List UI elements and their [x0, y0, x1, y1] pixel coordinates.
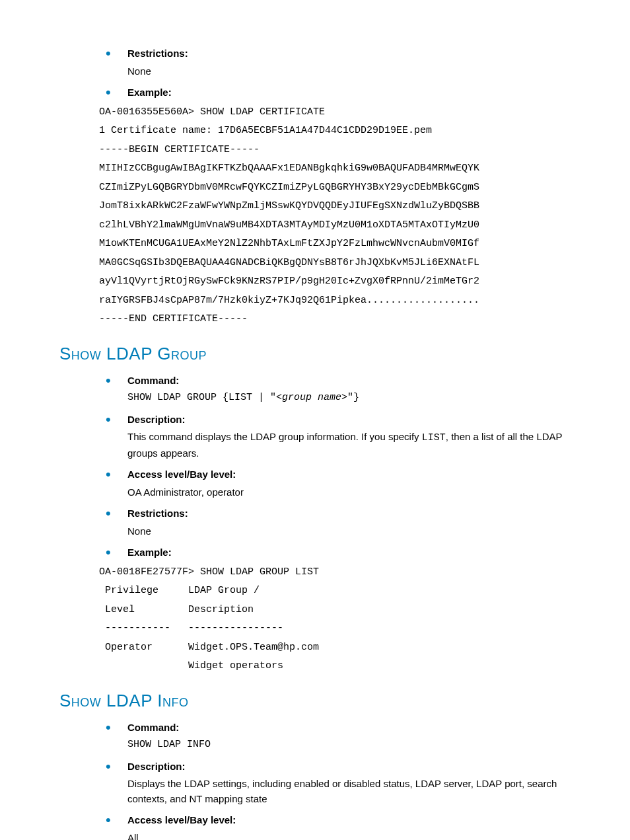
item-body: None: [127, 64, 584, 79]
item-body: This command displays the LDAP group inf…: [127, 430, 584, 461]
item-label: Example:: [127, 547, 172, 558]
list-item: Access level/Bay level: All: [106, 813, 584, 840]
item-body: None: [127, 524, 584, 539]
definition-list: Restrictions: None Example:: [59, 46, 584, 100]
heading-show-ldap-info: Show LDAP Info: [59, 688, 584, 714]
item-label: Access level/Bay level:: [127, 814, 236, 825]
item-body: All: [127, 831, 584, 841]
list-item: Example:: [106, 545, 584, 560]
list-item: Command: SHOW LDAP GROUP {LIST | "<group…: [106, 373, 584, 406]
item-mono: SHOW LDAP INFO: [127, 738, 584, 753]
item-label: Example:: [127, 87, 172, 98]
item-label: Command:: [127, 375, 179, 386]
item-mono: SHOW LDAP GROUP {LIST | "<group name>"}: [127, 391, 584, 406]
definition-list: Command: SHOW LDAP INFO Description: Dis…: [59, 720, 584, 841]
item-label: Command:: [127, 722, 179, 733]
heading-show-ldap-group: Show LDAP Group: [59, 341, 584, 367]
list-item: Restrictions: None: [106, 506, 584, 539]
item-body: Displays the LDAP settings, including en…: [127, 777, 584, 806]
item-label: Restrictions:: [127, 508, 188, 519]
list-item: Description: Displays the LDAP settings,…: [106, 759, 584, 807]
item-label: Access level/Bay level:: [127, 469, 236, 480]
item-body: OA Administrator, operator: [127, 485, 584, 500]
list-item: Restrictions: None: [106, 46, 584, 79]
item-label: Description:: [127, 414, 186, 425]
list-item: Access level/Bay level: OA Administrator…: [106, 467, 584, 500]
item-label: Restrictions:: [127, 48, 188, 59]
item-label: Description:: [127, 761, 186, 772]
definition-list: Command: SHOW LDAP GROUP {LIST | "<group…: [59, 373, 584, 560]
code-block-example: OA-0018FE27577F> SHOW LDAP GROUP LIST Pr…: [99, 563, 584, 676]
list-item: Description: This command displays the L…: [106, 412, 584, 461]
list-item: Command: SHOW LDAP INFO: [106, 720, 584, 753]
list-item: Example:: [106, 85, 584, 100]
code-block-example: OA-0016355E560A> SHOW LDAP CERTIFICATE 1…: [99, 103, 584, 329]
